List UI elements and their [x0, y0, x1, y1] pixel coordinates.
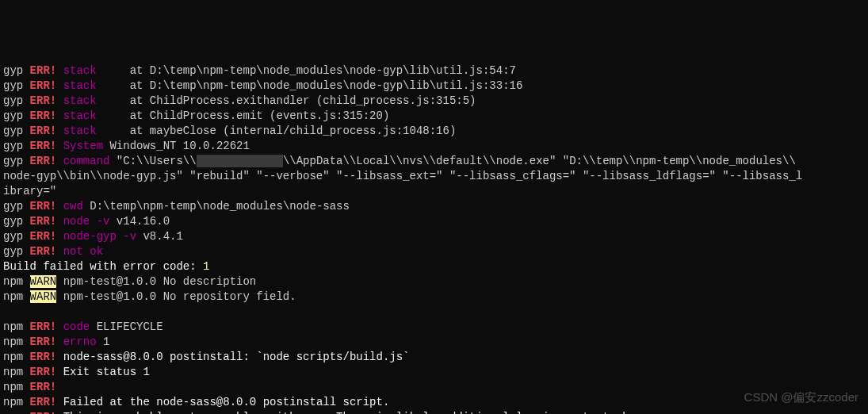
error-tag: ERR!	[30, 351, 57, 363]
redacted-text	[197, 155, 283, 167]
terminal-line: gyp ERR! stack at D:\temp\npm-temp\node_…	[3, 63, 865, 79]
terminal-line: npm ERR! code ELIFECYCLE	[3, 320, 865, 335]
terminal-line: gyp ERR! command "C:\\Users\\ \\AppData\…	[3, 154, 865, 169]
terminal-line: gyp ERR! node -v v14.16.0	[3, 214, 865, 229]
terminal-line	[3, 305, 865, 320]
error-tag: ERR!	[30, 335, 57, 348]
error-tag: ERR!	[30, 109, 57, 122]
error-tag: ERR!	[30, 64, 57, 77]
error-tag: ERR!	[30, 79, 57, 92]
terminal-line: ibrary="	[3, 184, 865, 199]
terminal-line: gyp ERR! stack at maybeClose (internal/c…	[3, 124, 865, 139]
terminal-line: npm ERR! Failed at the node-sass@8.0.0 p…	[3, 395, 865, 410]
error-tag: ERR!	[30, 411, 57, 414]
error-tag: ERR!	[30, 230, 57, 243]
terminal-line: gyp ERR! not ok	[3, 244, 865, 259]
error-tag: ERR!	[30, 396, 57, 408]
warn-tag: WARN	[30, 290, 57, 303]
terminal-line: gyp ERR! System Windows_NT 10.0.22621	[3, 139, 865, 154]
terminal-line: npm ERR! errno 1	[3, 335, 865, 350]
error-tag: ERR!	[30, 125, 57, 137]
error-tag: ERR!	[30, 200, 57, 213]
terminal-line: gyp ERR! node-gyp -v v8.4.1	[3, 229, 865, 244]
terminal-line: npm ERR! This is probably not a problem …	[3, 410, 865, 414]
terminal-line: npm WARN npm-test@1.0.0 No description	[3, 274, 865, 289]
error-tag: ERR!	[30, 155, 57, 167]
terminal-line: npm ERR!	[3, 380, 865, 395]
error-tag: ERR!	[30, 94, 57, 107]
terminal-line: gyp ERR! stack at D:\temp\npm-temp\node_…	[3, 79, 865, 94]
terminal-line: npm ERR! Exit status 1	[3, 365, 865, 380]
terminal-output: gyp ERR! stack at D:\temp\npm-temp\node_…	[3, 63, 865, 414]
error-tag: ERR!	[30, 381, 57, 393]
terminal-line: gyp ERR! stack at ChildProcess.emit (eve…	[3, 109, 865, 124]
error-tag: ERR!	[30, 245, 57, 258]
terminal-line: gyp ERR! stack at ChildProcess.exithandl…	[3, 94, 865, 109]
terminal-line: Build failed with error code: 1	[3, 259, 865, 274]
error-tag: ERR!	[30, 140, 57, 152]
terminal-line: npm ERR! node-sass@8.0.0 postinstall: `n…	[3, 350, 865, 365]
terminal-line: node-gyp\\bin\\node-gyp.js" "rebuild" "-…	[3, 169, 865, 184]
warn-tag: WARN	[30, 275, 57, 288]
error-tag: ERR!	[30, 320, 57, 333]
terminal-line: gyp ERR! cwd D:\temp\npm-temp\node_modul…	[3, 199, 865, 214]
error-tag: ERR!	[30, 366, 57, 378]
terminal-line: npm WARN npm-test@1.0.0 No repository fi…	[3, 289, 865, 305]
error-tag: ERR!	[30, 215, 57, 228]
